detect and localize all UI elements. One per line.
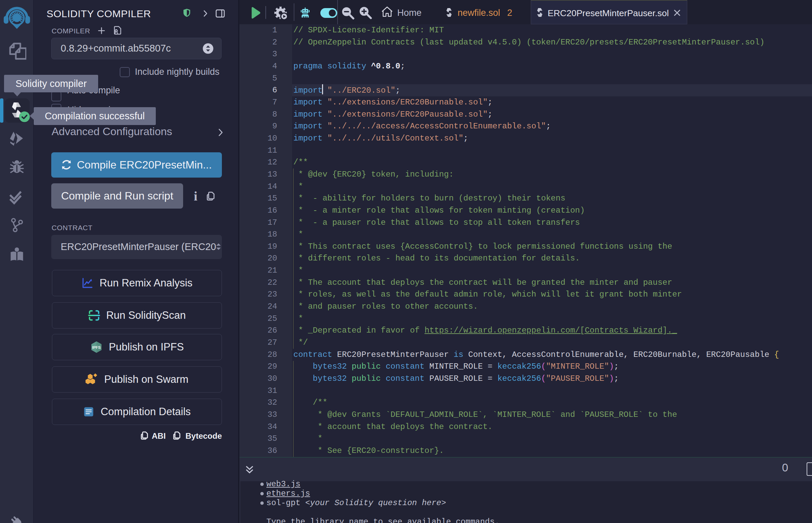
- svg-text:IPFS: IPFS: [92, 345, 101, 349]
